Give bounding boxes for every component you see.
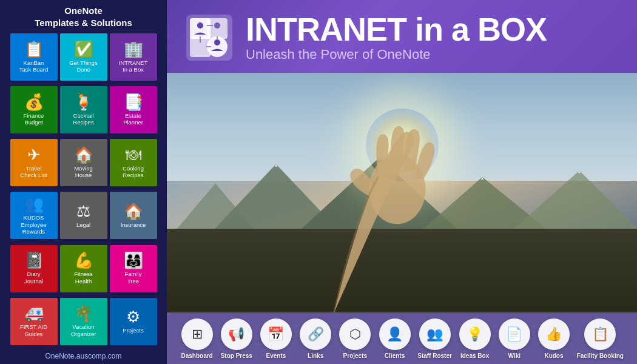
tile-15[interactable]: 🚑FIRST AID Guides xyxy=(10,298,58,345)
nav-icon-1: 📢 xyxy=(221,318,252,350)
tile-label-11: Insurance xyxy=(121,221,146,228)
nav-label-5: Clients xyxy=(385,352,405,359)
header-title: INTRANET in a BOX xyxy=(246,13,547,46)
nav-label-3: Links xyxy=(308,352,323,359)
tile-label-15: FIRST AID Guides xyxy=(20,323,47,337)
tile-label-9: KUDOS Employee Rewards xyxy=(13,214,55,235)
nav-icon-8: 📄 xyxy=(499,318,530,350)
tile-8[interactable]: 🍽Cooking Recipes xyxy=(110,139,157,186)
tile-icon-9: 👥 xyxy=(24,196,44,212)
nav-icon-0: ⊞ xyxy=(181,318,213,350)
nav-label-6: Staff Roster xyxy=(417,352,452,359)
nav-item-facility-booking[interactable]: 📋Facility Booking xyxy=(577,318,624,359)
nav-item-events[interactable]: 📅Events xyxy=(259,318,292,359)
nav-icon-9: 👍 xyxy=(538,318,570,350)
header-banner: INTRANET in a BOX Unleash the Power of O… xyxy=(167,0,637,73)
tile-1[interactable]: ✅Get Things Done xyxy=(60,33,107,81)
tile-17[interactable]: ⚙Projects xyxy=(110,298,157,345)
tile-7[interactable]: 🏠Moving House xyxy=(60,139,107,186)
tile-2[interactable]: 🏢INTRANET In a Box xyxy=(110,33,157,81)
nav-item-kudos[interactable]: 👍Kudos xyxy=(537,318,570,359)
nav-item-staff-roster[interactable]: 👥Staff Roster xyxy=(417,318,452,359)
nav-item-wiki[interactable]: 📄Wiki xyxy=(497,318,531,359)
nav-item-ideas-box[interactable]: 💡Ideas Box xyxy=(458,318,491,359)
tile-label-7: Moving House xyxy=(74,165,93,179)
tile-icon-15: 🚑 xyxy=(24,305,44,321)
tile-10[interactable]: ⚖Legal xyxy=(60,192,107,239)
nav-item-clients[interactable]: 👤Clients xyxy=(378,318,411,359)
tile-label-2: INTRANET In a Box xyxy=(119,59,148,73)
tile-icon-13: 💪 xyxy=(74,252,93,268)
nav-label-2: Events xyxy=(266,352,286,359)
tile-icon-2: 🏢 xyxy=(124,41,143,57)
tile-icon-17: ⚙ xyxy=(126,309,140,325)
tile-label-16: Vacation Organizer xyxy=(71,323,96,337)
tile-5[interactable]: 📑Estate Planner xyxy=(110,86,157,133)
nav-item-projects[interactable]: ⬡Projects xyxy=(339,318,372,359)
nav-label-1: Stop Press xyxy=(221,352,252,359)
tile-grid: 📋KanBan Task Board✅Get Things Done🏢INTRA… xyxy=(10,33,157,348)
tile-label-10: Legal xyxy=(76,221,90,228)
nav-item-stop-press[interactable]: 📢Stop Press xyxy=(220,318,253,359)
tile-label-4: Cocktail Recipes xyxy=(73,112,93,126)
tile-label-17: Projects xyxy=(123,327,143,334)
tile-icon-0: 📋 xyxy=(24,41,44,57)
tile-label-13: Fitness Health xyxy=(74,271,93,285)
photo-area xyxy=(167,73,637,312)
sidebar: OneNoteTemplates & Solutions 📋KanBan Tas… xyxy=(0,0,167,364)
bottom-nav: ⊞Dashboard📢Stop Press📅Events🔗Links⬡Proje… xyxy=(167,312,637,364)
tile-icon-11: 🏠 xyxy=(124,203,143,219)
nav-item-dashboard[interactable]: ⊞Dashboard xyxy=(180,318,214,359)
tile-label-1: Get Things Done xyxy=(69,59,97,73)
tile-icon-5: 📑 xyxy=(124,94,143,110)
tile-16[interactable]: 🌴Vacation Organizer xyxy=(60,298,107,345)
tile-label-3: Finance Budget xyxy=(24,112,44,126)
tile-label-0: KanBan Task Board xyxy=(19,59,49,73)
tile-icon-3: 💰 xyxy=(24,94,44,110)
sidebar-footer: OneNote.auscomp.com xyxy=(45,352,121,360)
tile-3[interactable]: 💰Finance Budget xyxy=(10,86,58,133)
svg-point-7 xyxy=(214,39,220,46)
sidebar-title: OneNoteTemplates & Solutions xyxy=(35,5,132,29)
tile-icon-16: 🌴 xyxy=(74,305,93,321)
tile-label-14: Family Tree xyxy=(125,271,142,285)
tile-label-8: Cooking Recipes xyxy=(123,165,144,179)
nav-item-links[interactable]: 🔗Links xyxy=(299,318,332,359)
hand-image xyxy=(167,73,637,312)
nav-label-9: Kudos xyxy=(544,352,563,359)
tile-icon-6: ✈ xyxy=(27,147,41,163)
tile-11[interactable]: 🏠Insurance xyxy=(110,192,157,239)
tile-label-12: Diary Journal xyxy=(24,271,43,285)
tile-4[interactable]: 🍹Cocktail Recipes xyxy=(60,86,107,133)
nav-label-4: Projects xyxy=(343,352,367,359)
tile-icon-10: ⚖ xyxy=(76,203,90,219)
tile-icon-4: 🍹 xyxy=(74,94,93,110)
tile-9[interactable]: 👥KUDOS Employee Rewards xyxy=(10,192,58,239)
tile-icon-14: 👨‍👩‍👧 xyxy=(124,252,143,268)
nav-label-10: Facility Booking xyxy=(577,352,624,359)
tile-13[interactable]: 💪Fitness Health xyxy=(60,245,107,292)
tile-14[interactable]: 👨‍👩‍👧Family Tree xyxy=(110,245,157,292)
nav-label-7: Ideas Box xyxy=(460,352,489,359)
tile-icon-7: 🏠 xyxy=(74,147,93,163)
nav-icon-7: 💡 xyxy=(459,318,491,350)
tile-6[interactable]: ✈Travel Check List xyxy=(10,139,58,186)
nav-icon-2: 📅 xyxy=(260,318,292,350)
onenote-logo xyxy=(185,13,234,62)
tile-12[interactable]: 📓Diary Journal xyxy=(10,245,58,292)
header-text: INTRANET in a BOX Unleash the Power of O… xyxy=(246,13,547,62)
tile-label-6: Travel Check List xyxy=(20,165,47,179)
nav-icon-5: 👤 xyxy=(379,318,411,350)
svg-point-5 xyxy=(197,22,203,29)
svg-point-6 xyxy=(214,22,220,29)
nav-label-0: Dashboard xyxy=(181,352,212,359)
header-subtitle: Unleash the Power of OneNote xyxy=(246,47,547,62)
tile-icon-8: 🍽 xyxy=(126,147,141,163)
tile-icon-1: ✅ xyxy=(74,41,93,57)
nav-label-8: Wiki xyxy=(508,352,521,359)
tile-label-5: Estate Planner xyxy=(123,112,143,126)
nav-icon-10: 📋 xyxy=(584,318,616,350)
nav-icon-6: 👥 xyxy=(419,318,451,350)
nav-icon-3: 🔗 xyxy=(300,318,331,350)
tile-0[interactable]: 📋KanBan Task Board xyxy=(10,33,58,81)
